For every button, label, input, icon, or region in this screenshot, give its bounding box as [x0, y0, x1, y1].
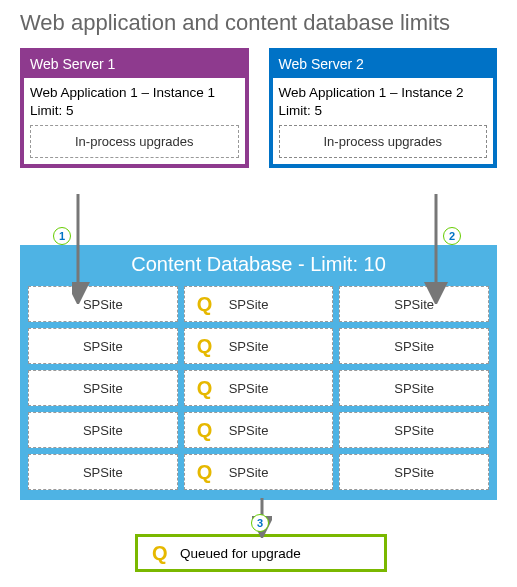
spsite-cell: SPSite: [28, 370, 178, 406]
spsite-cell: SPSite: [28, 454, 178, 490]
step-badge-1: 1: [53, 227, 71, 245]
spsite-cell: SPSite: [28, 328, 178, 364]
spsite-cell-queued: SPSite: [184, 412, 334, 448]
spsite-cell: SPSite: [339, 286, 489, 322]
spsite-cell: SPSite: [339, 328, 489, 364]
app-name: Web Application 1 – Instance 1: [30, 84, 239, 102]
server-body: Web Application 1 – Instance 1 Limit: 5 …: [24, 78, 245, 164]
spsite-cell: SPSite: [28, 286, 178, 322]
step-badge-2: 2: [443, 227, 461, 245]
spsite-cell-queued: SPSite: [184, 370, 334, 406]
web-server-2: Web Server 2 Web Application 1 – Instanc…: [269, 48, 498, 168]
app-name: Web Application 1 – Instance 2: [279, 84, 488, 102]
legend-queued: Queued for upgrade: [135, 534, 387, 572]
app-limit: Limit: 5: [279, 102, 488, 120]
app-limit: Limit: 5: [30, 102, 239, 120]
spsite-cell: SPSite: [339, 370, 489, 406]
in-process-box: In-process upgrades: [279, 125, 488, 158]
server-header: Web Server 2: [273, 52, 494, 78]
server-header: Web Server 1: [24, 52, 245, 78]
server-body: Web Application 1 – Instance 2 Limit: 5 …: [273, 78, 494, 164]
web-servers-row: Web Server 1 Web Application 1 – Instanc…: [0, 48, 517, 168]
spsite-cell-queued: SPSite: [184, 286, 334, 322]
diagram-title: Web application and content database lim…: [0, 0, 517, 48]
arrow-1: [72, 194, 92, 304]
spsite-cell: SPSite: [339, 412, 489, 448]
arrow-2: [422, 194, 452, 304]
in-process-box: In-process upgrades: [30, 125, 239, 158]
web-server-1: Web Server 1 Web Application 1 – Instanc…: [20, 48, 249, 168]
db-header: Content Database - Limit: 10: [28, 245, 489, 286]
spsite-cell: SPSite: [339, 454, 489, 490]
spsite-cell-queued: SPSite: [184, 328, 334, 364]
spsite-cell: SPSite: [28, 412, 178, 448]
spsite-cell-queued: SPSite: [184, 454, 334, 490]
step-badge-3: 3: [251, 514, 269, 532]
spsite-grid: SPSiteSPSiteSPSiteSPSiteSPSiteSPSiteSPSi…: [28, 286, 489, 490]
